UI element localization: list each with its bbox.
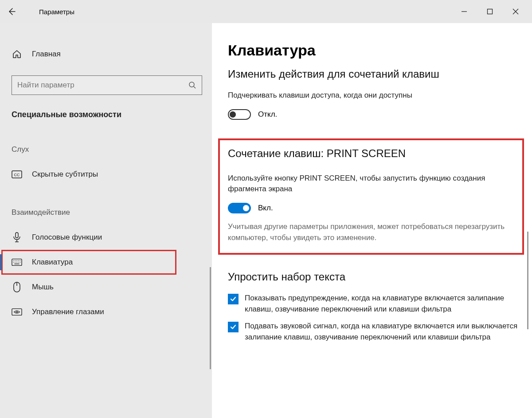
annotation-highlight: Сочетание клавиш: PRINT SCREEN Используй… [218, 138, 524, 255]
toggle-state-label: Вкл. [258, 204, 273, 213]
sidebar-group-hearing: Слух [0, 124, 212, 162]
window-controls [451, 3, 528, 20]
sidebar-section-header: Специальные возможности [0, 106, 212, 124]
sidebar-item-captions[interactable]: CC Скрытые субтитры [0, 162, 212, 187]
sidebar-item-label: Скрытые субтитры [32, 170, 98, 179]
toggle-printscreen-snipping[interactable] [228, 203, 251, 213]
check-icon [230, 323, 237, 331]
scrollbar[interactable] [210, 267, 211, 369]
titlebar: Параметры [0, 0, 532, 23]
section-shortcuts: Изменить действия для сочетаний клавиш П… [228, 68, 520, 120]
sidebar-item-eye-control[interactable]: Управление глазами [0, 300, 212, 324]
svg-rect-1 [488, 9, 493, 14]
sidebar-home[interactable]: Главная [0, 43, 212, 66]
minimize-button[interactable] [451, 3, 477, 20]
svg-rect-21 [12, 309, 22, 315]
helper-text: Учитывая другие параметры приложения, мо… [228, 221, 514, 243]
sidebar-item-keyboard[interactable]: Клавиатура [0, 250, 212, 275]
close-button[interactable] [503, 3, 528, 20]
arrow-left-icon [7, 7, 16, 16]
setting-description: Используйте кнопку PRINT SCREEN, чтобы з… [228, 173, 514, 195]
maximize-button[interactable] [477, 3, 503, 20]
search-box[interactable] [12, 75, 202, 95]
close-icon [512, 8, 519, 15]
back-button[interactable] [0, 0, 23, 23]
sidebar-group-interaction: Взаимодействие [0, 187, 212, 225]
section-title: Сочетание клавиш: PRINT SCREEN [228, 147, 514, 160]
captions-icon: CC [12, 170, 22, 178]
maximize-icon [487, 8, 493, 15]
scrollbar[interactable] [527, 232, 528, 329]
toggle-state-label: Откл. [258, 110, 277, 119]
section-simplify-typing: Упростить набор текста Показывать предуп… [228, 271, 520, 343]
checkbox-label: Показывать предупреждение, когда на клав… [245, 293, 520, 315]
microphone-icon [12, 232, 22, 243]
toggle-underline-access-keys[interactable] [228, 109, 251, 120]
section-title: Упростить набор текста [228, 271, 520, 283]
sidebar-item-label: Голосовые функции [32, 233, 102, 242]
content-panel: Клавиатура Изменить действия для сочетан… [212, 23, 532, 418]
sidebar-item-label: Мышь [32, 283, 54, 292]
checkbox-show-warning[interactable] [228, 294, 239, 304]
home-icon [12, 49, 22, 59]
page-title: Клавиатура [228, 42, 520, 59]
mouse-icon [12, 282, 22, 292]
svg-point-22 [16, 311, 18, 313]
sidebar-item-label: Управление глазами [32, 308, 104, 316]
sidebar: Главная Специальные возможности Слух CC [0, 23, 212, 418]
check-icon [230, 296, 237, 303]
svg-point-2 [189, 82, 194, 87]
search-icon [188, 81, 196, 89]
minimize-icon [461, 8, 467, 15]
section-title: Изменить действия для сочетаний клавиш [228, 68, 520, 80]
keyboard-icon [12, 258, 22, 266]
sidebar-home-label: Главная [32, 50, 61, 59]
checkbox-label: Подавать звуковой сигнал, когда на клави… [245, 321, 520, 343]
sidebar-item-label: Клавиатура [32, 258, 73, 267]
svg-line-3 [194, 87, 196, 88]
checkbox-make-sound[interactable] [228, 322, 239, 332]
sidebar-item-speech[interactable]: Голосовые функции [0, 225, 212, 250]
setting-description: Подчеркивать клавиши доступа, когда они … [228, 90, 520, 101]
titlebar-title: Параметры [39, 8, 451, 16]
svg-rect-6 [16, 233, 18, 238]
eye-control-icon [12, 308, 22, 316]
svg-text:CC: CC [14, 173, 20, 177]
sidebar-item-mouse[interactable]: Мышь [0, 275, 212, 300]
search-input[interactable] [17, 81, 188, 90]
